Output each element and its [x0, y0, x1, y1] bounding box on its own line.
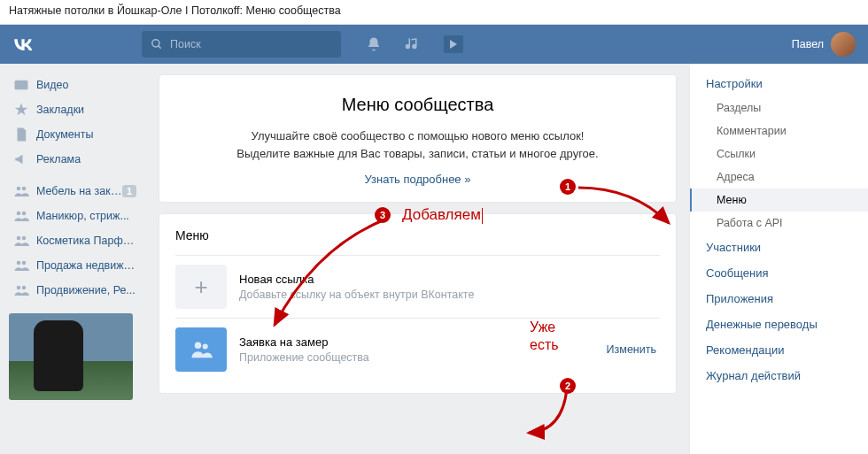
- nav-group-4[interactable]: Продвижение, Ре...: [9, 278, 141, 303]
- learn-more-link[interactable]: Узнать подробнее »: [365, 173, 471, 186]
- intro-card: Меню сообщества Улучшайте своё сообществ…: [159, 74, 677, 203]
- rnav-item-links[interactable]: Ссылки: [690, 142, 868, 165]
- rnav-item-comments[interactable]: Комментарии: [690, 119, 868, 142]
- nav-group-2[interactable]: Косметика Парфю...: [9, 228, 141, 253]
- svg-point-9: [17, 261, 21, 265]
- svg-point-3: [17, 187, 21, 191]
- edit-link[interactable]: Изменить: [607, 343, 656, 356]
- star-icon: [13, 102, 29, 118]
- menu-row-app: Заявка на замер Приложение сообщества Из…: [175, 318, 660, 381]
- row-title: Новая ссылка: [239, 273, 660, 286]
- rnav-members[interactable]: Участники: [690, 235, 868, 260]
- bell-icon[interactable]: [366, 36, 382, 52]
- rnav-money[interactable]: Денежные переводы: [690, 312, 868, 337]
- vk-header: Поиск Павел: [0, 25, 868, 64]
- nav-group-1[interactable]: Маникюр, стриж...: [9, 204, 141, 228]
- left-sidebar: Видео Закладки Документы Реклама Мебель …: [0, 64, 146, 454]
- vk-logo-icon[interactable]: [11, 32, 35, 57]
- group-icon: [13, 233, 29, 249]
- rnav-apps[interactable]: Приложения: [690, 286, 868, 312]
- rnav-item-api[interactable]: Работа с API: [690, 212, 868, 235]
- search-placeholder: Поиск: [170, 38, 201, 50]
- rnav-log[interactable]: Журнал действий: [690, 363, 868, 389]
- music-icon[interactable]: [405, 36, 421, 52]
- menu-row-new-link[interactable]: + Новая ссылка Добавьте ссылку на объект…: [175, 255, 660, 318]
- main-content: Меню сообщества Улучшайте своё сообществ…: [146, 64, 689, 454]
- svg-point-11: [17, 286, 21, 290]
- rnav-item-addresses[interactable]: Адреса: [690, 165, 868, 189]
- nav-group-3[interactable]: Продажа недвижи...: [9, 253, 141, 278]
- browser-title: Натяжные потолки в Йошкар-Оле I Потолкоf…: [9, 4, 341, 17]
- svg-point-8: [22, 236, 27, 241]
- rnav-item-menu[interactable]: Меню: [690, 189, 868, 212]
- user-menu[interactable]: Павел: [792, 32, 856, 57]
- svg-point-14: [203, 343, 208, 349]
- rnav-recs[interactable]: Рекомендации: [690, 337, 868, 363]
- group-icon: [13, 282, 29, 298]
- search-input[interactable]: Поиск: [142, 31, 341, 58]
- svg-point-13: [195, 342, 201, 349]
- group-icon: [13, 183, 29, 199]
- svg-point-0: [152, 40, 159, 47]
- badge: 1: [122, 185, 136, 197]
- nav-bookmarks[interactable]: Закладки: [9, 97, 141, 122]
- promo-image[interactable]: [9, 313, 133, 400]
- menu-card-title: Меню: [175, 228, 660, 242]
- search-icon: [151, 38, 163, 50]
- right-sidebar: Настройки Разделы Комментарии Ссылки Адр…: [689, 64, 868, 454]
- header-icons: [366, 35, 463, 53]
- group-icon: [13, 208, 29, 224]
- row-sub: Добавьте ссылку на объект внутри ВКонтак…: [239, 289, 660, 301]
- nav-ads[interactable]: Реклама: [9, 147, 141, 172]
- rnav-settings[interactable]: Настройки: [690, 71, 868, 96]
- svg-point-5: [17, 212, 21, 216]
- plus-icon: +: [175, 265, 227, 309]
- nav-group-0[interactable]: Мебель на зака...1: [9, 179, 141, 204]
- intro-title: Меню сообщества: [195, 95, 640, 115]
- nav-documents[interactable]: Документы: [9, 122, 141, 147]
- play-button-icon[interactable]: [444, 35, 463, 53]
- rnav-messages[interactable]: Сообщения: [690, 260, 868, 286]
- svg-point-10: [22, 261, 27, 265]
- browser-title-bar: Натяжные потолки в Йошкар-Оле I Потолкоf…: [0, 0, 868, 25]
- row-sub: Приложение сообщества: [239, 351, 607, 364]
- app-thumb-icon: [175, 327, 227, 372]
- avatar: [831, 32, 856, 57]
- doc-icon: [13, 127, 29, 142]
- svg-rect-2: [15, 81, 28, 90]
- intro-text: Улучшайте своё сообщество с помощью ново…: [195, 127, 640, 162]
- menu-card: Меню + Новая ссылка Добавьте ссылку на о…: [159, 213, 677, 394]
- horn-icon: [13, 151, 29, 167]
- svg-line-1: [159, 46, 161, 49]
- video-icon: [13, 77, 29, 93]
- row-title: Заявка на замер: [239, 335, 607, 349]
- svg-point-6: [22, 212, 27, 216]
- svg-point-4: [22, 187, 27, 191]
- svg-point-12: [22, 286, 27, 290]
- group-icon: [13, 258, 29, 273]
- nav-video[interactable]: Видео: [9, 73, 141, 97]
- user-name: Павел: [792, 38, 824, 50]
- rnav-item-sections[interactable]: Разделы: [690, 96, 868, 119]
- svg-point-7: [17, 236, 21, 241]
